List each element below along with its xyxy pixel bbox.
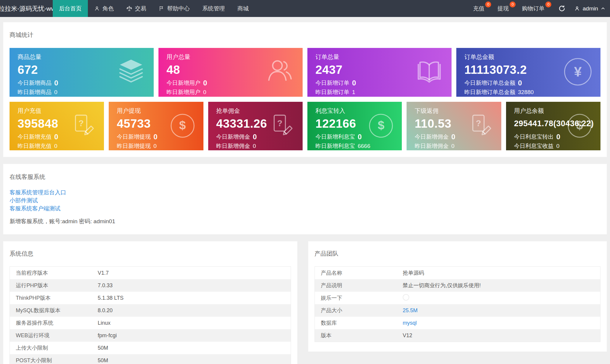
stat-today-value: 0	[203, 79, 207, 87]
table-row: 版本V12	[315, 329, 600, 342]
panel-title: 系统信息	[10, 250, 291, 258]
stat-yesterday-value: 0	[54, 143, 57, 149]
refresh-button[interactable]	[553, 0, 571, 17]
row-value	[403, 294, 409, 302]
row-label: 当前程序版本	[10, 269, 98, 276]
product-size-link[interactable]: 25.5M	[403, 307, 418, 314]
user-icon	[574, 6, 580, 11]
row-value: fpm-fcgi	[98, 332, 117, 339]
stat-card-users-total: 用户总量 48 今日新增用户0 昨日新增用户0	[158, 48, 303, 97]
stat-today-label: 今日新增订单总金额	[464, 79, 515, 87]
stat-yesterday-value: 0	[203, 89, 206, 96]
document-question-pencil-icon	[469, 113, 492, 138]
panel-title: 商城统计	[10, 31, 600, 39]
document-question-pencil-icon	[71, 113, 95, 138]
table-row: 娱乐一下	[315, 292, 600, 304]
stat-today-label: 今日新增提现	[117, 133, 151, 141]
nav-tab-label: 角色	[102, 0, 114, 17]
row-label: 上传大小限制	[10, 344, 98, 351]
row-label: 产品大小	[315, 307, 403, 314]
row-label: 版本	[315, 332, 403, 339]
stat-yesterday-label: 昨日新增利息宝	[315, 142, 355, 150]
row-value: 50M	[98, 357, 108, 364]
person-icon	[94, 6, 100, 11]
row-value: 50M	[98, 345, 108, 351]
row-value: 禁止一切商业行为,仅供娱乐使用!	[403, 282, 481, 289]
table-row: 数据库mysql	[315, 317, 600, 329]
stat-today-label: 今日新增商品	[18, 79, 52, 87]
brand-logo[interactable]: 拉拉米-源码无忧-www...	[0, 0, 53, 17]
row-value: 7.0.33	[98, 282, 113, 289]
panel-title: 产品团队	[315, 250, 600, 258]
chevron-up-icon	[601, 6, 605, 11]
yen-coin-icon: ¥	[564, 58, 592, 85]
user-menu[interactable]: admin	[571, 0, 610, 17]
stat-today-value: 0	[451, 133, 455, 141]
dollar-coin-icon: $	[568, 114, 592, 138]
dollar-coin-icon: $	[369, 114, 393, 138]
widget-test-link[interactable]: 小部件测试	[10, 196, 600, 204]
scales-icon	[126, 6, 132, 12]
service-client-test-link[interactable]: 客服系统客户端测试	[10, 204, 600, 213]
stat-today-label: 今日新增佣金	[216, 133, 250, 141]
stat-today-value: 0	[352, 79, 356, 87]
system-info-panel: 系统信息 当前程序版本V1.7 运行PHP版本7.0.33 ThinkPHP版本…	[3, 241, 298, 364]
nav-tab-home[interactable]: 后台首页	[53, 0, 88, 17]
stat-today-label: 今日新增利息宝	[315, 133, 355, 141]
row-label: ThinkPHP版本	[10, 294, 98, 301]
mall-statistics-panel: 商城统计 商品总量 672 今日新增商品0 昨日新增商品0 用户总量 48 今日…	[3, 22, 607, 157]
table-row: ThinkPHP版本5.1.38 LTS	[10, 292, 291, 304]
stat-yesterday-value: 6666	[358, 143, 370, 149]
stats-row-1: 商品总量 672 今日新增商品0 昨日新增商品0 用户总量 48 今日新增用户0…	[10, 48, 600, 97]
stat-card-user-recharge: 用户充值 395848 今日新增充值0 昨日新增充值0	[10, 102, 104, 150]
customer-service-panel: 在线客服系统 客服系统管理后台入口 小部件测试 客服系统客户端测试 新增客服系统…	[3, 164, 607, 235]
stat-today-value: 0	[556, 133, 560, 141]
stat-yesterday-label: 今日利息宝收益	[514, 142, 554, 150]
stat-card-user-balance-total: 用户总余额 295441.78(30436.22) 今日利息宝转出0 今日利息宝…	[506, 102, 600, 150]
nav-tab-mall[interactable]: 商城	[231, 0, 255, 17]
product-team-panel: 产品团队 产品名称抢单源码 产品说明禁止一切商业行为,仅供娱乐使用! 娱乐一下 …	[308, 241, 607, 352]
stat-yesterday-value: 0	[556, 143, 560, 149]
table-row: POST大小限制50M	[10, 354, 291, 364]
stat-yesterday-value: 1	[352, 89, 355, 96]
table-row: 产品大小25.5M	[315, 304, 600, 317]
row-label: 娱乐一下	[315, 294, 403, 301]
shop-orders-badge: 0	[545, 1, 551, 7]
bottom-section: 系统信息 当前程序版本V1.7 运行PHP版本7.0.33 ThinkPHP版本…	[3, 241, 607, 364]
nav-tab-roles[interactable]: 角色	[88, 0, 120, 17]
system-info-table: 当前程序版本V1.7 运行PHP版本7.0.33 ThinkPHP版本5.1.3…	[10, 266, 291, 364]
nav-tab-label: 交易	[135, 0, 146, 17]
nav-spacer	[255, 0, 468, 17]
fun-easter-egg-icon[interactable]	[403, 294, 409, 301]
nav-recharge-button[interactable]: 充值 0	[468, 0, 493, 17]
stat-yesterday-label: 昨日新增订单	[315, 88, 349, 96]
nav-tab-help-center[interactable]: 帮助中心	[152, 0, 196, 17]
stat-card-sub-rebate: 下级返佣 110.53 今日新增佣金0 昨日新增佣金0	[407, 102, 501, 150]
stat-today-value: 0	[54, 133, 58, 141]
page-content: 商城统计 商品总量 672 今日新增商品0 昨日新增商品0 用户总量 48 今日…	[0, 17, 610, 364]
database-link[interactable]: mysql	[403, 320, 417, 326]
row-label: 产品说明	[315, 282, 403, 289]
username: admin	[583, 5, 598, 12]
stat-today-value: 0	[54, 79, 58, 87]
nav-tab-system-management[interactable]: 系统管理	[196, 0, 231, 17]
nav-tab-label: 商城	[237, 0, 249, 17]
document-question-pencil-icon	[270, 113, 294, 138]
nav-tab-trade[interactable]: 交易	[120, 0, 152, 17]
top-navbar: 拉拉米-源码无忧-www... 后台首页 角色 交易 帮助中心 系统管理 商城 …	[0, 0, 610, 17]
row-value: Linux	[98, 320, 111, 326]
nav-shop-orders-button[interactable]: 购物订单 0	[517, 0, 553, 17]
service-admin-entry-link[interactable]: 客服系统管理后台入口	[10, 188, 600, 196]
stat-yesterday-value: 32880	[518, 89, 534, 96]
stat-today-value: 0	[518, 79, 522, 87]
recharge-badge: 0	[485, 1, 491, 7]
nav-tab-label: 后台首页	[59, 0, 82, 17]
row-value: 抢单源码	[403, 269, 424, 276]
nav-withdraw-button[interactable]: 提现 0	[493, 0, 517, 17]
dollar-coin-icon: $	[171, 114, 194, 138]
book-icon	[416, 58, 443, 86]
stat-card-order-commission: 抢单佣金 43331.26 今日新增佣金0 昨日新增佣金0	[208, 102, 303, 150]
stat-today-value: 0	[253, 133, 257, 141]
nav-withdraw-label: 提现	[497, 5, 509, 12]
nav-tab-label: 帮助中心	[167, 0, 190, 17]
